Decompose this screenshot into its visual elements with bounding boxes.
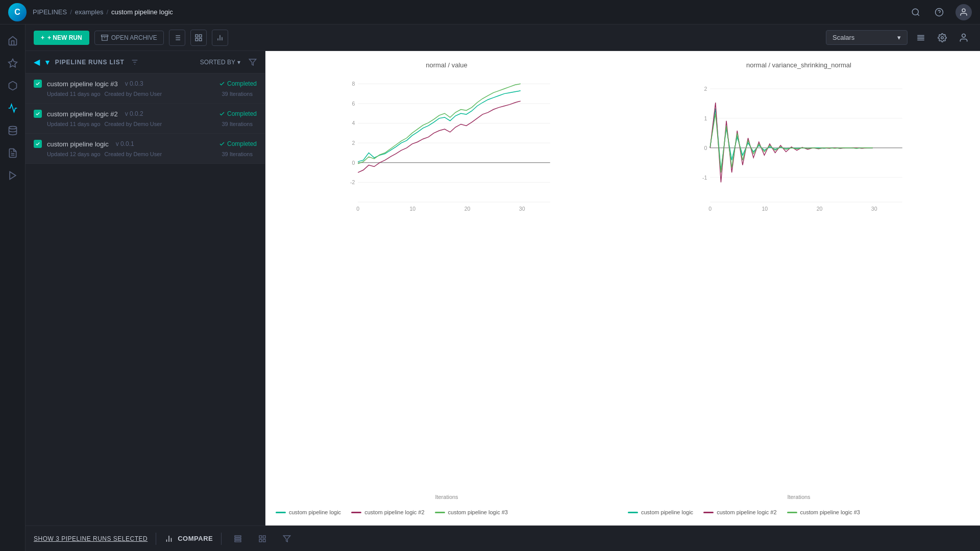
svg-point-30 bbox=[962, 34, 966, 37]
user-settings-button[interactable] bbox=[955, 30, 972, 46]
bottom-view-list-button[interactable] bbox=[230, 531, 246, 547]
svg-rect-10 bbox=[101, 35, 108, 36]
run-name: custom pipeline logic #2 bbox=[47, 110, 118, 118]
new-run-icon: + bbox=[41, 34, 44, 41]
run-updated: Updated 11 days ago bbox=[47, 121, 101, 127]
sidebar-item-pipeline[interactable] bbox=[3, 98, 23, 118]
run-meta: Updated 11 days ago Created by Demo User… bbox=[34, 121, 257, 127]
left-sidebar bbox=[0, 24, 26, 551]
svg-text:4: 4 bbox=[352, 120, 355, 126]
sidebar-item-home[interactable] bbox=[3, 31, 23, 51]
sidebar-item-deploy[interactable] bbox=[3, 165, 23, 186]
run-iterations: 39 Iterations bbox=[222, 91, 253, 97]
compare-label: COMPARE bbox=[178, 535, 213, 542]
legend-color-2 bbox=[703, 512, 714, 513]
user-avatar[interactable] bbox=[955, 4, 972, 20]
breadcrumb-root[interactable]: PIPELINES bbox=[33, 8, 67, 16]
run-name: custom pipeline logic #3 bbox=[47, 80, 118, 88]
chart-icon bbox=[216, 34, 224, 42]
svg-marker-34 bbox=[249, 59, 256, 65]
run-item[interactable]: custom pipeline logic #3 v 0.0.3 Complet… bbox=[26, 73, 265, 104]
toolbar: + + NEW RUN OPEN ARCHIVE Scalars ▾ bbox=[26, 24, 980, 51]
legend-color-3 bbox=[787, 512, 797, 513]
bottom-view-grid-button[interactable] bbox=[254, 531, 271, 547]
svg-rect-21 bbox=[195, 38, 198, 41]
view-list-button[interactable] bbox=[169, 30, 185, 46]
svg-text:30: 30 bbox=[519, 206, 525, 212]
breadcrumb-parent[interactable]: examples bbox=[75, 8, 104, 16]
breadcrumb-sep1: / bbox=[70, 8, 72, 16]
list-view-icon bbox=[234, 535, 242, 543]
gear-icon bbox=[938, 33, 947, 42]
chart2-svg: 2 1 0 -1 0 10 20 30 bbox=[628, 74, 970, 217]
archive-icon bbox=[101, 34, 108, 41]
chart2-container: normal / variance_shrinking_normal 2 1 0… bbox=[628, 61, 970, 515]
scalars-dropdown[interactable]: Scalars ▾ bbox=[826, 30, 908, 45]
view-grid-button[interactable] bbox=[190, 30, 207, 46]
legend-item: custom pipeline logic #3 bbox=[435, 509, 508, 515]
run-item[interactable]: custom pipeline logic #2 v 0.0.2 Complet… bbox=[26, 104, 265, 134]
svg-point-4 bbox=[962, 9, 965, 12]
legend-label-1: custom pipeline logic bbox=[641, 509, 693, 515]
sorted-by-control[interactable]: SORTED BY ▾ bbox=[200, 59, 240, 66]
filter-icon[interactable] bbox=[249, 58, 257, 66]
grid-view-icon bbox=[258, 535, 266, 543]
breadcrumb-current: custom pipeline logic bbox=[111, 8, 173, 16]
open-archive-button[interactable]: OPEN ARCHIVE bbox=[94, 31, 164, 45]
run-created-by: Created by Demo User bbox=[105, 121, 162, 127]
divider bbox=[156, 533, 156, 545]
settings-gear-button[interactable] bbox=[934, 30, 950, 46]
sidebar-item-data[interactable] bbox=[3, 120, 23, 141]
chart1-title: normal / value bbox=[276, 61, 618, 69]
legend-color-2 bbox=[351, 512, 361, 513]
run-status: Completed bbox=[219, 80, 257, 87]
main-content: ◀ ▼ PIPELINE RUNS LIST SORTED BY ▾ custo… bbox=[26, 51, 980, 525]
svg-rect-67 bbox=[235, 536, 241, 537]
view-chart-button[interactable] bbox=[212, 30, 228, 46]
svg-text:1: 1 bbox=[704, 115, 707, 121]
search-icon[interactable] bbox=[909, 5, 923, 19]
run-meta: Updated 11 days ago Created by Demo User… bbox=[34, 91, 257, 97]
show-selected-button[interactable]: SHOW 3 PIPELINE RUNS SELECTED bbox=[34, 535, 148, 542]
run-updated: Updated 12 days ago bbox=[47, 151, 101, 157]
top-nav: C PIPELINES / examples / custom pipeline… bbox=[0, 0, 980, 24]
run-item-top: custom pipeline logic #3 v 0.0.3 Complet… bbox=[34, 80, 257, 88]
run-status: Completed bbox=[219, 110, 257, 117]
legend-color-1 bbox=[628, 512, 638, 513]
toolbar-right: Scalars ▾ bbox=[826, 30, 972, 46]
panel-expand-icon[interactable]: ▼ bbox=[44, 58, 51, 66]
chart2-wrapper: 2 1 0 -1 0 10 20 30 bbox=[628, 74, 970, 499]
sidebar-item-reports[interactable] bbox=[3, 143, 23, 163]
filter-options-icon[interactable] bbox=[131, 58, 139, 66]
chart1-wrapper: 8 6 4 2 0 -2 0 10 20 30 bbox=[276, 74, 618, 499]
run-created-by: Created by Demo User bbox=[105, 91, 162, 97]
new-run-label: + NEW RUN bbox=[47, 34, 82, 41]
svg-text:2: 2 bbox=[704, 86, 707, 92]
svg-text:10: 10 bbox=[409, 206, 415, 212]
svg-text:20: 20 bbox=[817, 206, 823, 212]
run-checkbox[interactable] bbox=[34, 110, 42, 118]
run-iterations: 39 Iterations bbox=[222, 151, 253, 157]
bottom-filter-button[interactable] bbox=[279, 531, 295, 547]
run-item-top: custom pipeline logic v 0.0.1 Completed bbox=[34, 140, 257, 148]
svg-marker-5 bbox=[8, 59, 17, 67]
legend-item: custom pipeline logic #3 bbox=[787, 509, 860, 515]
sidebar-item-experiments[interactable] bbox=[3, 53, 23, 73]
app-logo[interactable]: C bbox=[8, 3, 27, 21]
panel-toggle-icon[interactable]: ◀ bbox=[34, 57, 40, 67]
chart1-legend: custom pipeline logic custom pipeline lo… bbox=[276, 505, 618, 515]
svg-text:10: 10 bbox=[762, 206, 768, 212]
new-run-button[interactable]: + + NEW RUN bbox=[34, 31, 89, 45]
compare-button[interactable]: COMPARE bbox=[164, 534, 213, 543]
legend-label-3: custom pipeline logic #3 bbox=[800, 509, 860, 515]
settings-rows-button[interactable] bbox=[913, 30, 929, 46]
run-item[interactable]: custom pipeline logic v 0.0.1 Completed … bbox=[26, 134, 265, 164]
chart1-container: normal / value 8 6 4 2 0 bbox=[276, 61, 618, 515]
help-icon[interactable] bbox=[932, 5, 946, 19]
run-checkbox[interactable] bbox=[34, 140, 42, 148]
run-version: v 0.0.1 bbox=[116, 140, 134, 147]
nav-right bbox=[909, 4, 972, 20]
sidebar-item-models[interactable] bbox=[3, 76, 23, 96]
run-checkbox[interactable] bbox=[34, 80, 42, 88]
check-icon bbox=[35, 111, 40, 116]
